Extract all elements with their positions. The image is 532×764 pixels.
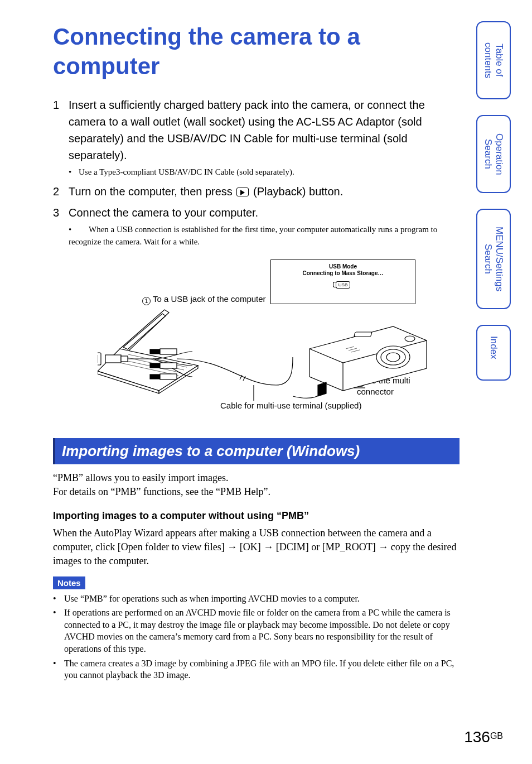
step-number: 3 [53, 204, 69, 248]
screen-line1: USB Mode [271, 263, 415, 270]
svg-rect-1 [105, 355, 121, 363]
tab-menu-settings-search[interactable]: MENU/Settings Search [476, 209, 511, 309]
note-text: Use “PMB” for operations such as when im… [64, 593, 460, 605]
svg-rect-3 [150, 349, 160, 354]
svg-rect-7 [150, 374, 160, 379]
camera-screen: USB Mode Connecting to Mass Storage… USB [270, 260, 415, 304]
step-subtext: When a USB connection is established for… [69, 225, 437, 247]
page-number-value: 136 [464, 728, 490, 746]
tab-operation-search[interactable]: Operation Search [476, 115, 511, 193]
section-heading-importing: Importing images to a computer (Windows) [53, 438, 460, 464]
svg-rect-6 [160, 363, 177, 368]
laptop-illustration [98, 301, 298, 407]
subheading-without-pmb: Importing images to a computer without u… [53, 509, 460, 523]
page-number: 136GB [464, 728, 503, 746]
intro-line-1: “PMB” allows you to easily import images… [53, 471, 460, 485]
tab-label: Index [488, 336, 499, 359]
camera-illustration [293, 315, 438, 399]
intro-line-2: For details on “PMB” functions, see the … [53, 485, 460, 499]
note-item: •The camera creates a 3D image by combin… [53, 657, 460, 681]
step-subtext: Use a Type3-compliant USB/AV/DC IN Cable… [79, 167, 294, 176]
tab-label: Operation Search [482, 126, 504, 182]
step-2: 2 Turn on the computer, then press (Play… [53, 183, 460, 200]
step-1: 1 Insert a sufficiently charged battery … [53, 97, 460, 179]
svg-rect-5 [150, 363, 160, 368]
usb-badge: USB [336, 281, 350, 289]
step-text-before: Turn on the computer, then press [69, 185, 235, 198]
screen-line2: Connecting to Mass Storage… [271, 270, 415, 277]
tab-table-of-contents[interactable]: Table of contents [476, 21, 511, 99]
note-item: •If operations are performed on an AVCHD… [53, 607, 460, 655]
tab-label: Table of contents [482, 32, 504, 88]
svg-rect-0 [98, 353, 101, 365]
svg-rect-8 [160, 374, 177, 379]
svg-point-12 [386, 353, 400, 362]
svg-point-13 [405, 336, 415, 342]
step-3: 3 Connect the camera to your computer. •… [53, 204, 460, 248]
step-text-after: (Playback) button. [253, 185, 343, 198]
step-text: Connect the camera to your computer. [69, 206, 258, 219]
connection-diagram: USB Mode Connecting to Mass Storage… USB… [98, 260, 432, 416]
page-number-suffix: GB [490, 731, 503, 741]
page-title: Connecting the camera to a computer [53, 22, 460, 81]
svg-rect-14 [354, 332, 372, 337]
body-paragraph: When the AutoPlay Wizard appears after m… [53, 526, 460, 569]
playback-icon [236, 188, 249, 196]
note-text: If operations are performed on an AVCHD … [64, 607, 460, 655]
note-text: The camera creates a 3D image by combini… [64, 657, 460, 681]
step-text: Insert a sufficiently charged battery pa… [69, 99, 425, 161]
step-number: 1 [53, 97, 69, 179]
note-item: •Use “PMB” for operations such as when i… [53, 593, 460, 605]
tab-index[interactable]: Index [476, 325, 511, 381]
notes-badge: Notes [53, 576, 85, 589]
svg-rect-4 [160, 349, 177, 354]
step-number: 2 [53, 183, 69, 200]
svg-rect-2 [121, 356, 128, 362]
tab-label: MENU/Settings Search [482, 220, 504, 298]
